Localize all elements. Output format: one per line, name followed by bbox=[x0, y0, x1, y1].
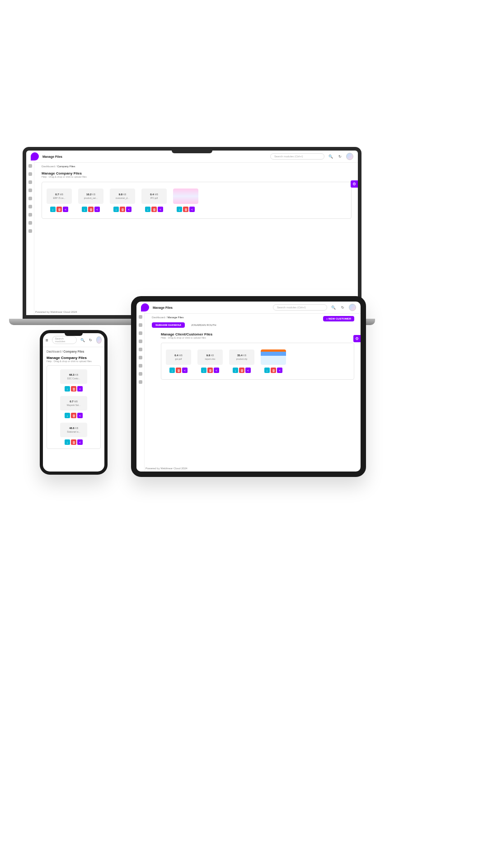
sidebar-item[interactable] bbox=[139, 364, 142, 368]
delete-icon[interactable]: 🗑 bbox=[88, 207, 94, 212]
download-icon[interactable]: ↓ bbox=[50, 207, 56, 212]
settings-gear-icon[interactable]: ⚙ bbox=[353, 335, 361, 342]
sidebar-item[interactable] bbox=[139, 331, 142, 335]
download-icon[interactable]: ↓ bbox=[177, 207, 182, 212]
sidebar bbox=[136, 312, 145, 472]
tab-customer-1[interactable]: SUBHAM GHOBOUI bbox=[152, 322, 185, 328]
share-icon[interactable]: < bbox=[126, 207, 131, 212]
delete-icon[interactable]: 🗑 bbox=[183, 207, 188, 212]
file-card[interactable]: ↓ 🗑 < bbox=[261, 349, 286, 373]
breadcrumb[interactable]: Dashboard / Manage Files + NEW CUSTOMER bbox=[152, 316, 354, 319]
search-input[interactable]: Search modules (Ctrl+/) bbox=[270, 153, 324, 160]
sidebar-item[interactable] bbox=[28, 221, 32, 225]
share-icon[interactable]: < bbox=[214, 368, 219, 373]
refresh-icon[interactable]: ↻ bbox=[337, 154, 343, 159]
avatar[interactable] bbox=[349, 304, 356, 311]
download-icon[interactable]: ↓ bbox=[264, 368, 270, 373]
breadcrumb[interactable]: Dashboard / Company Files bbox=[42, 165, 352, 168]
breadcrumb-root[interactable]: Dashboard bbox=[42, 165, 55, 168]
refresh-icon[interactable]: ↻ bbox=[340, 305, 345, 310]
download-icon[interactable]: ↓ bbox=[65, 439, 70, 445]
sidebar-item[interactable] bbox=[28, 229, 32, 233]
delete-icon[interactable]: 🗑 bbox=[239, 368, 244, 373]
file-actions: ↓ 🗑 < bbox=[201, 368, 219, 373]
sidebar-item[interactable] bbox=[139, 323, 142, 327]
sidebar-item[interactable] bbox=[28, 172, 32, 176]
delete-icon[interactable]: 🗑 bbox=[56, 207, 62, 212]
file-card[interactable]: 0.4 MB gst.pdf ↓ 🗑 < bbox=[166, 349, 191, 373]
delete-icon[interactable]: 🗑 bbox=[271, 368, 276, 373]
share-icon[interactable]: < bbox=[94, 207, 100, 212]
delete-icon[interactable]: 🗑 bbox=[120, 207, 125, 212]
sidebar-item[interactable] bbox=[28, 205, 32, 208]
settings-gear-icon[interactable]: ⚙ bbox=[351, 180, 358, 188]
file-card[interactable]: 10.2 KB product_ser... ↓ 🗑 < bbox=[78, 189, 103, 212]
tab-customer-2[interactable]: JONARDAN ROUTH bbox=[188, 322, 220, 328]
avatar[interactable] bbox=[96, 336, 102, 344]
file-card[interactable]: 0.7 MB Mayank Sal... ↓ 🗑 < bbox=[60, 396, 87, 418]
share-icon[interactable]: < bbox=[189, 207, 195, 212]
menu-icon[interactable]: ≡ bbox=[46, 338, 48, 343]
delete-icon[interactable]: 🗑 bbox=[71, 439, 76, 445]
sidebar-item[interactable] bbox=[28, 164, 32, 168]
sidebar-item[interactable] bbox=[139, 380, 142, 384]
breadcrumb-end[interactable]: Manage Files bbox=[167, 316, 183, 319]
file-actions: ↓ 🗑 < bbox=[145, 207, 163, 212]
file-name: customer_d... bbox=[116, 197, 129, 199]
delete-icon[interactable]: 🗑 bbox=[176, 368, 181, 373]
delete-icon[interactable]: 🗑 bbox=[207, 368, 213, 373]
file-name: gst.pdf bbox=[175, 358, 182, 360]
file-card[interactable]: 68.3 KB D2C Custo... ↓ 🗑 < bbox=[60, 369, 87, 392]
file-card[interactable]: 48.6 KB Stationeri e... ↓ 🗑 < bbox=[60, 423, 87, 445]
section-help: Help : Drag & drop or click to upload fi… bbox=[42, 175, 352, 178]
sidebar-item[interactable] bbox=[139, 356, 142, 359]
share-icon[interactable]: < bbox=[277, 368, 282, 373]
files-panel[interactable]: 0.7 MB ERP /S ca... ↓ 🗑 < 10.2 KB produc… bbox=[42, 182, 352, 219]
breadcrumb-root[interactable]: Dashboard bbox=[152, 316, 165, 319]
share-icon[interactable]: < bbox=[245, 368, 251, 373]
files-panel[interactable]: 68.3 KB D2C Custo... ↓ 🗑 < 0.7 MB Mayank… bbox=[47, 365, 101, 449]
share-icon[interactable]: < bbox=[158, 207, 163, 212]
sidebar-item[interactable] bbox=[28, 189, 32, 192]
sidebar-item[interactable] bbox=[28, 213, 32, 217]
share-icon[interactable]: < bbox=[63, 207, 68, 212]
file-card[interactable]: 9.8 KB customer_d... ↓ 🗑 < bbox=[110, 189, 135, 212]
download-icon[interactable]: ↓ bbox=[65, 413, 70, 418]
download-icon[interactable]: ↓ bbox=[113, 207, 119, 212]
share-icon[interactable]: < bbox=[182, 368, 188, 373]
search-input[interactable]: Search modules (Ctrl+/) bbox=[273, 304, 327, 311]
delete-icon[interactable]: 🗑 bbox=[151, 207, 157, 212]
sidebar-item[interactable] bbox=[139, 348, 142, 351]
search-icon[interactable]: 🔍 bbox=[328, 154, 333, 159]
download-icon[interactable]: ↓ bbox=[201, 368, 206, 373]
new-customer-button[interactable]: + NEW CUSTOMER bbox=[323, 316, 354, 321]
download-icon[interactable]: ↓ bbox=[65, 386, 70, 392]
file-card[interactable]: ↓ 🗑 < bbox=[173, 189, 198, 212]
download-icon[interactable]: ↓ bbox=[82, 207, 87, 212]
download-icon[interactable]: ↓ bbox=[145, 207, 150, 212]
share-icon[interactable]: < bbox=[77, 413, 83, 418]
share-icon[interactable]: < bbox=[77, 386, 83, 392]
file-card[interactable]: 0.4 MB IPO.pdf ↓ 🗑 < bbox=[141, 189, 167, 212]
search-icon[interactable]: 🔍 bbox=[80, 337, 85, 343]
sidebar-item[interactable] bbox=[28, 197, 32, 200]
delete-icon[interactable]: 🗑 bbox=[71, 413, 76, 418]
sidebar-item[interactable] bbox=[139, 315, 142, 319]
download-icon[interactable]: ↓ bbox=[233, 368, 238, 373]
sidebar-item[interactable] bbox=[139, 340, 142, 343]
file-card[interactable]: 0.7 MB ERP /S ca... ↓ 🗑 < bbox=[47, 189, 72, 212]
download-icon[interactable]: ↓ bbox=[169, 368, 175, 373]
refresh-icon[interactable]: ↻ bbox=[89, 337, 93, 343]
search-icon[interactable]: 🔍 bbox=[331, 305, 336, 310]
search-input[interactable]: Search modules bbox=[52, 336, 77, 344]
sidebar-item[interactable] bbox=[28, 180, 32, 184]
share-icon[interactable]: < bbox=[77, 439, 83, 445]
avatar[interactable] bbox=[346, 153, 353, 160]
breadcrumb[interactable]: Dashboard / Company Files bbox=[47, 350, 101, 353]
delete-icon[interactable]: 🗑 bbox=[71, 386, 76, 392]
file-card[interactable]: 35.4 KB product.zip ↓ 🗑 < bbox=[229, 349, 254, 373]
files-panel[interactable]: 0.4 MB gst.pdf ↓ 🗑 < 9.8 KB report.xlsx … bbox=[161, 343, 354, 380]
sidebar-item[interactable] bbox=[139, 372, 142, 376]
file-card[interactable]: 9.8 KB report.xlsx ↓ 🗑 < bbox=[197, 349, 223, 373]
breadcrumb-end[interactable]: Company Files bbox=[57, 165, 75, 168]
